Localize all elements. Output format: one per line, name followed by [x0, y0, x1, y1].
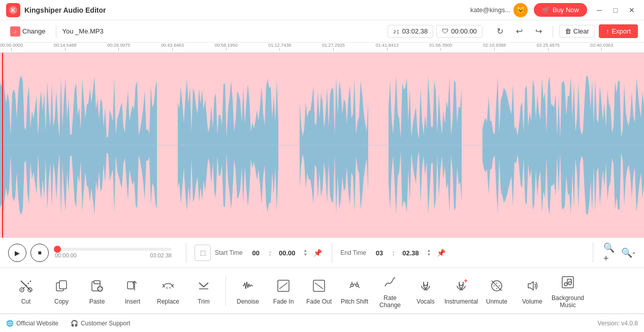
- start-time-hours[interactable]: 00: [247, 249, 265, 257]
- fade-in-label: Fade In: [273, 298, 294, 305]
- stop-button[interactable]: ■: [30, 244, 49, 262]
- ruler-mark-11: 02:40.0363: [590, 43, 613, 51]
- bottom-bar: 🌐 Official Website 🎧 Customer Support Ve…: [0, 314, 644, 332]
- change-label: Change: [22, 27, 46, 35]
- total-time: 03:02.38: [150, 252, 172, 258]
- vocals-icon: [416, 277, 435, 295]
- buy-now-button[interactable]: 🛒 Buy Now: [534, 3, 587, 17]
- redo-button[interactable]: ↪: [531, 24, 546, 39]
- change-button[interactable]: ♪ Change: [6, 24, 50, 39]
- end-time-minutes[interactable]: 02.38: [399, 249, 423, 257]
- customer-support-link[interactable]: 🎧 Customer Support: [71, 320, 130, 327]
- globe-icon: 🌐: [6, 320, 14, 327]
- current-time: 00:00.00: [55, 252, 77, 258]
- start-time-arrows[interactable]: ▲ ▼: [303, 249, 307, 257]
- duration-badge: ♪↕ 03:02.38: [388, 25, 434, 38]
- undo-button[interactable]: ↩: [512, 24, 527, 39]
- ruler-mark-0: 00:00.0000: [0, 43, 23, 51]
- insert-tool[interactable]: Insert: [115, 271, 150, 311]
- title-bar-left: K Kingshiper Audio Editor: [6, 3, 106, 17]
- background-music-tool[interactable]: Background Music: [550, 271, 586, 311]
- zoom-out-button[interactable]: 🔍-: [621, 245, 636, 260]
- ruler-mark-2: 00:29.0975: [107, 43, 130, 51]
- cart-icon: 🛒: [542, 6, 550, 14]
- loop-button[interactable]: ⬚: [195, 245, 211, 261]
- zoom-in-button[interactable]: 🔍+: [603, 245, 619, 260]
- vocals-label: Vocals: [416, 298, 434, 305]
- vocals-tool[interactable]: Vocals: [408, 271, 443, 311]
- start-marker-button[interactable]: 📌: [311, 247, 324, 259]
- svg-point-52: [564, 283, 567, 286]
- ruler-mark-8: 01:56.3900: [429, 43, 452, 51]
- rate-change-icon: [381, 273, 399, 291]
- cut-label: Cut: [21, 298, 31, 305]
- denoise-tool[interactable]: Denoise: [230, 271, 266, 311]
- svg-point-53: [568, 282, 571, 285]
- ruler-mark-3: 00:43.6463: [161, 43, 184, 51]
- pitch-shift-tool[interactable]: Pitch Shift: [337, 271, 372, 311]
- refresh-button[interactable]: ↻: [493, 24, 508, 39]
- ruler-marks: 00:00.000000:14.548800:29.097500:43.6463…: [0, 43, 644, 52]
- ruler-mark-10: 02:25.4875: [537, 43, 560, 51]
- fade-out-tool[interactable]: Fade Out: [301, 271, 337, 311]
- start-down-arrow[interactable]: ▼: [303, 253, 307, 257]
- title-bar: K Kingshiper Audio Editor kate@kings... …: [0, 0, 644, 20]
- controls-divider2: [332, 243, 332, 263]
- paste-label: Paste: [89, 298, 105, 305]
- end-time-label: End Time: [340, 249, 366, 256]
- ruler-mark-6: 01:27.2925: [322, 43, 345, 51]
- instrumental-tool[interactable]: Instrumental: [443, 271, 479, 311]
- clear-button[interactable]: 🗑 Clear: [559, 25, 595, 38]
- maximize-button[interactable]: □: [609, 4, 622, 16]
- player-controls: ▶ ■ 00:00.00 03:02.38 ⬚ Start Time 00 : …: [0, 238, 644, 268]
- app-title: Kingshiper Audio Editor: [24, 6, 106, 14]
- play-icon: ▶: [15, 249, 20, 257]
- progress-bar[interactable]: [55, 248, 172, 251]
- end-marker-button[interactable]: 📌: [435, 247, 447, 259]
- fade-out-icon: [310, 277, 328, 295]
- file-info: ♪ Change You _Me.MP3: [6, 24, 104, 39]
- start-time-minutes[interactable]: 00.00: [275, 249, 299, 257]
- fade-in-tool[interactable]: Fade In: [266, 271, 301, 311]
- waveform-container[interactable]: [0, 53, 644, 238]
- copy-tool[interactable]: Copy: [44, 271, 79, 311]
- zoom-in-icon: 🔍+: [603, 242, 619, 264]
- loop-icon: ⬚: [200, 249, 206, 256]
- divider: [56, 25, 56, 38]
- export-button[interactable]: ↑ Export: [599, 24, 638, 38]
- instrumental-label: Instrumental: [444, 298, 478, 305]
- trim-label: Trim: [198, 298, 210, 305]
- volume-icon: [523, 277, 541, 295]
- cut-tool[interactable]: Cut: [8, 271, 44, 311]
- unmute-icon: [488, 277, 506, 295]
- end-down-arrow[interactable]: ▼: [427, 253, 431, 257]
- ruler-mark-5: 01:12.7438: [268, 43, 291, 51]
- tools-divider-1: [226, 276, 226, 306]
- headphone-icon: 🎧: [71, 320, 78, 327]
- insert-label: Insert: [125, 298, 140, 305]
- svg-line-31: [315, 283, 323, 289]
- trim-icon: [195, 277, 213, 295]
- rate-change-tool[interactable]: Rate Change: [372, 271, 408, 311]
- volume-tool[interactable]: Volume: [514, 271, 550, 311]
- close-button[interactable]: ✕: [626, 4, 638, 16]
- end-time-controls: End Time 03 : 02.38 ▲ ▼ 📌: [340, 247, 447, 259]
- end-time-hours[interactable]: 03: [370, 249, 389, 257]
- play-button[interactable]: ▶: [8, 244, 26, 262]
- trim-tool[interactable]: Trim: [186, 271, 221, 311]
- volume-label: Volume: [522, 298, 542, 305]
- denoise-label: Denoise: [237, 298, 259, 305]
- paste-tool[interactable]: Paste: [79, 271, 115, 311]
- export-icon: ↑: [606, 27, 609, 35]
- timeline-ruler: 00:00.000000:14.548800:29.097500:43.6463…: [0, 43, 644, 53]
- svg-marker-50: [528, 282, 533, 290]
- replace-tool[interactable]: Replace: [150, 271, 186, 311]
- official-website-link[interactable]: 🌐 Official Website: [6, 320, 58, 327]
- unmute-tool[interactable]: Unmute: [479, 271, 514, 311]
- end-time-arrows[interactable]: ▲ ▼: [427, 249, 431, 257]
- copy-icon: [52, 277, 71, 295]
- minimize-button[interactable]: ─: [593, 4, 605, 16]
- time-display: ♪↕ 03:02.38 🛡 00:00.00: [388, 25, 482, 38]
- copy-label: Copy: [54, 298, 69, 305]
- file-icon: ♪: [10, 26, 20, 37]
